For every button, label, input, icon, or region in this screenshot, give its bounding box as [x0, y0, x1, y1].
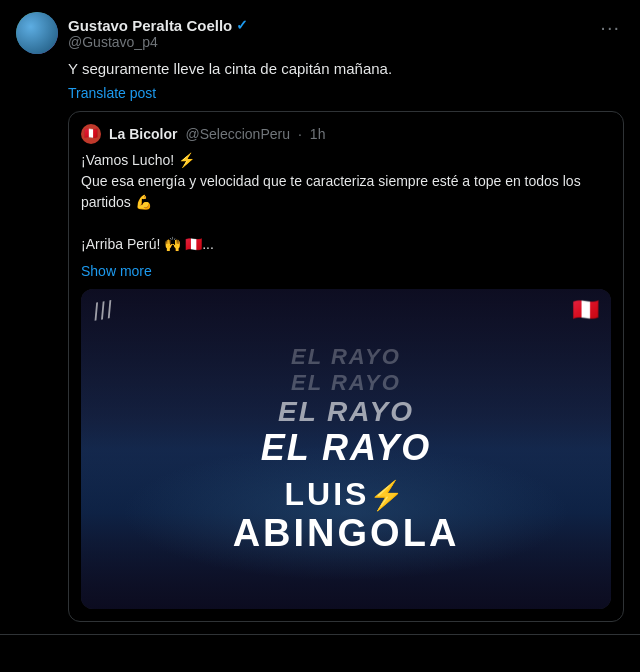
verified-badge: ✓: [236, 17, 248, 33]
el-rayo-text-1: EL RAYO: [291, 346, 401, 368]
username: @Gustavo_p4: [68, 34, 248, 50]
translate-link[interactable]: Translate post: [16, 85, 624, 101]
video-thumbnail: /// 🇵🇪 EL RAYO EL RAYO EL RAYO EL RAYO L…: [81, 289, 611, 609]
quoted-tweet-text: ¡Vamos Lucho! ⚡ Que esa energía y veloci…: [81, 150, 611, 255]
user-details: Gustavo Peralta Coello ✓ @Gustavo_p4: [68, 17, 248, 50]
tweet-text: Y seguramente lleve la cinta de capitán …: [16, 58, 624, 81]
quoted-tweet-header: 🇵🇪 La Bicolor @SeleccionPeru · 1h: [81, 124, 611, 144]
show-more-link[interactable]: Show more: [81, 263, 611, 279]
quoted-text-line3: ¡Arriba Perú! 🙌 🇵🇪...: [81, 236, 214, 252]
quoted-tweet[interactable]: 🇵🇪 La Bicolor @SeleccionPeru · 1h ¡Vamos…: [68, 111, 624, 622]
quoted-avatar: 🇵🇪: [81, 124, 101, 144]
user-display-name-text: Gustavo Peralta Coello: [68, 17, 232, 34]
quoted-account-handle: @SeleccionPeru: [185, 126, 290, 142]
display-name: Gustavo Peralta Coello ✓: [68, 17, 248, 34]
lightning-icon: ⚡: [369, 480, 407, 511]
avatar[interactable]: [16, 12, 58, 54]
more-options-button[interactable]: ···: [596, 12, 624, 43]
el-rayo-text-4: EL RAYO: [261, 430, 432, 466]
el-rayo-text-2: EL RAYO: [291, 372, 401, 394]
quoted-account-name: La Bicolor: [109, 126, 177, 142]
el-rayo-text-3: EL RAYO: [278, 398, 414, 426]
tweet-header: Gustavo Peralta Coello ✓ @Gustavo_p4 ···: [16, 12, 624, 54]
video-container: /// 🇵🇪 EL RAYO EL RAYO EL RAYO EL RAYO L…: [81, 289, 611, 609]
player-first-name: LUIS⚡: [285, 478, 408, 510]
video-overlay: EL RAYO EL RAYO EL RAYO EL RAYO LUIS⚡ AB…: [81, 289, 611, 609]
player-last-name: ABINGOLA: [233, 514, 460, 552]
quoted-time: ·: [298, 126, 302, 142]
tweet-container: Gustavo Peralta Coello ✓ @Gustavo_p4 ···…: [0, 0, 640, 635]
peru-flag-icon: 🇵🇪: [84, 127, 98, 140]
user-info: Gustavo Peralta Coello ✓ @Gustavo_p4: [16, 12, 248, 54]
quoted-text-line1: ¡Vamos Lucho! ⚡: [81, 152, 195, 168]
quoted-time-value: 1h: [310, 126, 326, 142]
quoted-text-line2: Que esa energía y velocidad que te carac…: [81, 173, 581, 210]
